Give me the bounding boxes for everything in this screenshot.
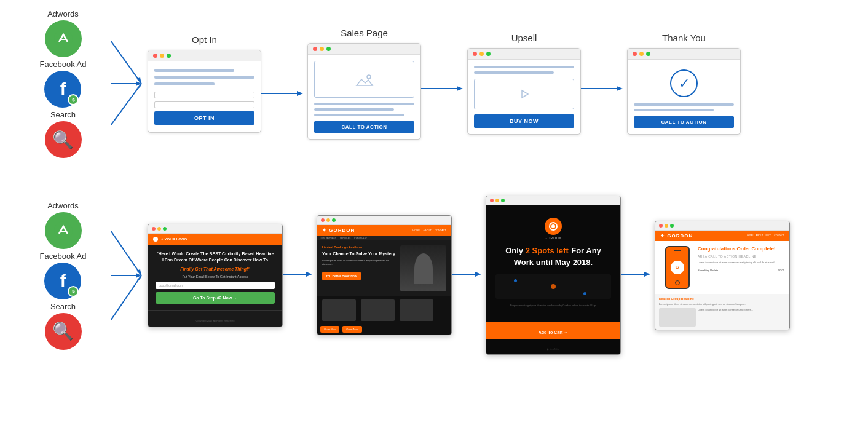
- svg-marker-27: [644, 272, 650, 277]
- optin-screenshot-step: ✦ YOUR LOGO "Here I Would Create The BES…: [148, 224, 283, 327]
- thankyou-screenshot: ✦ GORDON HOME ABOUT BLOG CONTACT: [655, 221, 790, 330]
- upsell-step: Upsell: [467, 33, 581, 135]
- svg-marker-8: [297, 91, 303, 96]
- upsell-label: Upsell: [511, 33, 537, 43]
- sources-column-screenshot: Adwords Facebook Ad f $: [15, 201, 111, 350]
- svg-marker-23: [306, 272, 312, 277]
- wireframe-row: Adwords Facebook Ad f $: [15, 9, 853, 158]
- sales-headline: Your Chance To Solve Your Mystery: [322, 251, 397, 257]
- svg-line-16: [111, 231, 141, 275]
- upsell-headline: Only: [505, 246, 526, 255]
- sales-booking-label: Limited Bookings Available: [322, 245, 397, 249]
- cta-button[interactable]: CALL TO ACTION: [314, 121, 414, 133]
- search-source: Search 🔍: [45, 110, 82, 158]
- svg-marker-12: [522, 90, 528, 98]
- adwords-label: Adwords: [47, 9, 79, 18]
- connector-2-3: [421, 84, 467, 95]
- adwords-icon: [45, 20, 82, 57]
- sales-order-btn-2[interactable]: Order Now: [342, 326, 361, 333]
- source-arrows-wireframe: [111, 22, 148, 145]
- upsell-body-text: Enquire now to get your detective work d…: [510, 304, 596, 307]
- sales-order-btn[interactable]: Order Now: [320, 326, 339, 333]
- row-divider: [15, 180, 853, 180]
- sales-book-button[interactable]: You Better Book Now: [322, 272, 361, 280]
- optin-label: Opt In: [192, 34, 217, 45]
- thankyou-step: Thank You ✓ CALL TO ACTION: [627, 33, 741, 135]
- ty-content: Congratulations Order Complete! AREA CAL…: [698, 246, 784, 289]
- upsell-highlight: 2 Spots left: [526, 246, 569, 255]
- main-container: Adwords Facebook Ad f $: [0, 0, 868, 364]
- sales-label: Sales Page: [341, 28, 388, 38]
- facebook-source-2: Facebook Ad f $: [40, 252, 87, 299]
- ty-price: $0.00: [778, 269, 784, 272]
- optin-go-button[interactable]: Go To Step #2 Now →: [156, 292, 275, 304]
- svg-marker-25: [475, 272, 481, 277]
- upsell-add-to-cart[interactable]: Add To Cart →: [486, 322, 620, 339]
- optin-browser-bar: [148, 50, 261, 61]
- search-label: Search: [50, 110, 76, 119]
- sales-thumbnail-1: [322, 299, 356, 321]
- facebook-source: Facebook Ad f $: [40, 60, 87, 108]
- svg-line-20: [111, 275, 141, 320]
- adwords-icon-2: [45, 212, 82, 249]
- upsell-browser-content: BUY NOW: [468, 60, 580, 134]
- ty-related-label: Related Group Headline: [659, 297, 786, 301]
- sales-step: Sales Page: [307, 28, 421, 140]
- upsell-logo-icon: [545, 218, 562, 235]
- sales-hero-image: [400, 245, 446, 291]
- ty-brand: ✦ GORDON: [660, 233, 693, 239]
- upsell-browser: BUY NOW: [467, 48, 581, 135]
- thankyou-browser: ✓ CALL TO ACTION: [627, 48, 741, 135]
- buy-now-button[interactable]: BUY NOW: [474, 114, 574, 128]
- sales-screenshot: ✦ GORDON HOME ABOUT CONTACT TESTIMONIALS…: [317, 215, 452, 335]
- svg-line-1: [111, 41, 141, 84]
- sales-brand: ✦ GORDON: [322, 228, 355, 233]
- ss-connector-3-4: [621, 270, 655, 281]
- search-icon: 🔍: [45, 121, 82, 158]
- thankyou-label: Thank You: [662, 33, 706, 43]
- optin-sub-text: Put Your Email Below To Get Instant Acce…: [156, 275, 275, 279]
- thankyou-browser-content: ✓ CALL TO ACTION: [628, 60, 740, 134]
- ty-item: Something Update: [698, 269, 718, 272]
- svg-marker-14: [617, 86, 623, 91]
- optin-logo: ✦ YOUR LOGO: [160, 237, 187, 241]
- screenshot-row: Adwords Facebook Ad f $: [15, 196, 853, 355]
- ty-thumb-text: Lorem ipsum dolor sit amet consectetur t…: [698, 308, 786, 327]
- facebook-ad-label-2: Facebook Ad: [40, 252, 87, 261]
- ty-thumb-1: [659, 308, 696, 327]
- optin-headline: "Here I Would Create The BEST Curiosity …: [156, 251, 275, 264]
- sales-thumbnail-2: [361, 299, 395, 321]
- optin-step: Opt In OPT IN: [148, 34, 261, 133]
- upsell-screenshot: GORDON Only 2 Spots left For Any Work un…: [486, 196, 621, 355]
- adwords-label-2: Adwords: [47, 201, 79, 210]
- ss-connector-1-2: [283, 270, 317, 281]
- facebook-ad-label: Facebook Ad: [40, 60, 87, 69]
- ty-headline: Congratulations Order Complete!: [698, 246, 784, 252]
- upsell-browser-bar: [468, 49, 580, 60]
- upsell-screenshot-step: GORDON Only 2 Spots left For Any Work un…: [486, 196, 621, 355]
- optin-footer: Copyright 2017 All Rights Reserved: [195, 319, 234, 322]
- connector-3-4: [581, 84, 627, 95]
- upsell-brand: GORDON: [545, 236, 562, 240]
- sales-screenshot-step: ✦ GORDON HOME ABOUT CONTACT TESTIMONIALS…: [317, 215, 452, 335]
- source-arrows-screenshot: [111, 211, 148, 340]
- sales-browser-content: CALL TO ACTION: [308, 55, 420, 139]
- thankyou-cta-button[interactable]: CALL TO ACTION: [634, 116, 734, 128]
- optin-browser-content: OPT IN: [148, 61, 261, 132]
- search-icon-2: 🔍: [45, 313, 82, 350]
- optin-button[interactable]: OPT IN: [154, 111, 254, 125]
- svg-marker-11: [457, 86, 463, 91]
- upsell-yt-badge: ▶ YouTube: [547, 347, 559, 351]
- sources-column-wireframe: Adwords Facebook Ad f $: [15, 9, 111, 158]
- optin-screenshot: ✦ YOUR LOGO "Here I Would Create The BES…: [148, 224, 283, 327]
- adwords-source-2: Adwords: [45, 201, 82, 249]
- search-label-2: Search: [50, 302, 76, 311]
- flow-steps-wireframe: Opt In OPT IN: [148, 28, 853, 140]
- search-source-2: Search 🔍: [45, 302, 82, 350]
- svg-line-5: [111, 84, 141, 125]
- upsell-map-visual: [495, 274, 611, 299]
- sales-browser: CALL TO ACTION: [307, 43, 421, 140]
- optin-email-placeholder: dood@gmail.com: [159, 283, 183, 287]
- optin-highlight: Finally Get That Awesome Thing!": [156, 267, 275, 271]
- sales-thumbnail-3: [400, 299, 433, 321]
